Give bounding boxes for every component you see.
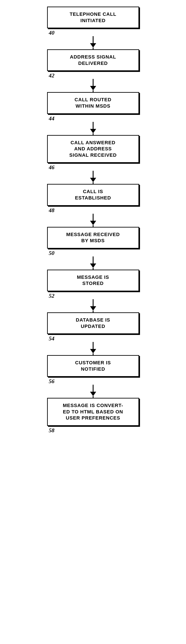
- arrow-6: [90, 299, 96, 312]
- label-step-46: 46: [47, 164, 139, 171]
- flow-step-42: ADDRESS SIGNAL DELIVERED42: [30, 49, 157, 79]
- flow-step-58: MESSAGE IS CONVERT- ED TO HTML BASED ON …: [30, 398, 157, 434]
- box-step-52: MESSAGE IS STORED: [47, 270, 139, 291]
- label-step-50: 50: [47, 250, 139, 256]
- box-step-46: CALL ANSWERED AND ADDRESS SIGNAL RECEIVE…: [47, 135, 139, 163]
- flow-step-50: MESSAGE RECEIVED BY MSDS50: [30, 227, 157, 256]
- box-step-50: MESSAGE RECEIVED BY MSDS: [47, 227, 139, 248]
- flow-step-48: CALL IS ESTABLISHED48: [30, 184, 157, 214]
- label-step-44: 44: [47, 115, 139, 122]
- arrow-8: [90, 385, 96, 398]
- flow-step-52: MESSAGE IS STORED52: [30, 270, 157, 299]
- label-step-48: 48: [47, 207, 139, 214]
- box-step-44: CALL ROUTED WITHIN MSDS: [47, 92, 139, 114]
- box-step-56: CUSTOMER IS NOTIFIED: [47, 355, 139, 377]
- arrow-2: [90, 122, 96, 135]
- label-step-56: 56: [47, 378, 139, 385]
- label-step-54: 54: [47, 335, 139, 342]
- flow-step-56: CUSTOMER IS NOTIFIED56: [30, 355, 157, 385]
- flowchart: TELEPHONE CALL INITIATED40ADDRESS SIGNAL…: [30, 6, 157, 638]
- arrow-7: [90, 342, 96, 355]
- arrow-0: [90, 36, 96, 49]
- arrow-1: [90, 79, 96, 92]
- label-step-40: 40: [47, 30, 139, 36]
- box-step-54: DATABASE IS UPDATED: [47, 312, 139, 334]
- box-step-58: MESSAGE IS CONVERT- ED TO HTML BASED ON …: [47, 398, 139, 426]
- flow-step-40: TELEPHONE CALL INITIATED40: [30, 6, 157, 36]
- box-step-42: ADDRESS SIGNAL DELIVERED: [47, 49, 139, 71]
- box-step-40: TELEPHONE CALL INITIATED: [47, 6, 139, 28]
- label-step-42: 42: [47, 72, 139, 79]
- label-step-58: 58: [47, 427, 139, 434]
- arrow-3: [90, 171, 96, 184]
- box-step-48: CALL IS ESTABLISHED: [47, 184, 139, 206]
- flow-step-44: CALL ROUTED WITHIN MSDS44: [30, 92, 157, 122]
- arrow-5: [90, 256, 96, 270]
- arrow-4: [90, 214, 96, 227]
- label-step-52: 52: [47, 293, 139, 299]
- flow-step-46: CALL ANSWERED AND ADDRESS SIGNAL RECEIVE…: [30, 135, 157, 171]
- flow-step-54: DATABASE IS UPDATED54: [30, 312, 157, 342]
